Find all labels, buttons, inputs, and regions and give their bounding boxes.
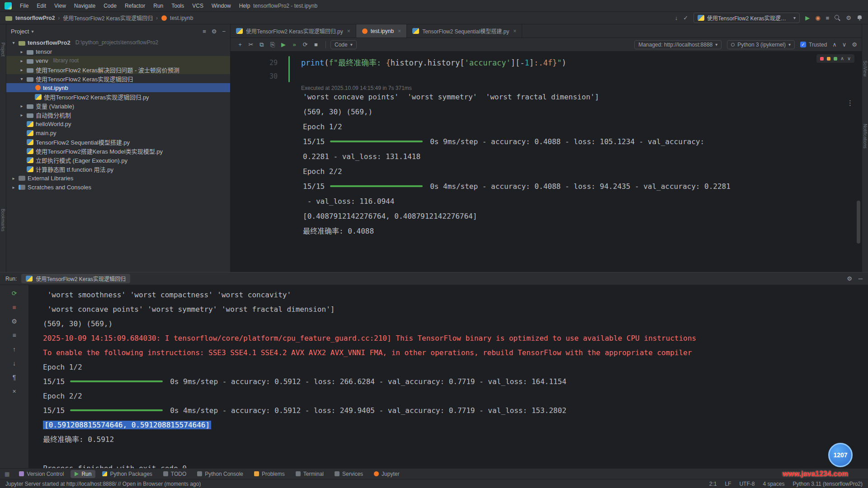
- toolwindow-pycon-button[interactable]: Python Console: [193, 470, 247, 478]
- notifications-bell-icon[interactable]: [857, 15, 863, 21]
- status-message[interactable]: Jupyter Server started at http://localho…: [5, 481, 201, 487]
- interrupt-kernel-icon[interactable]: ■: [311, 41, 321, 48]
- close-icon[interactable]: ×: [347, 28, 350, 34]
- project-tree-item[interactable]: ▸变量 (Variable): [6, 101, 230, 110]
- chevron-right-icon[interactable]: ▸: [19, 49, 24, 54]
- tab-logistic-regression-py[interactable]: 使用TensorFlow2 Keras实现逻辑回归.py ×: [231, 24, 356, 38]
- restart-kernel-icon[interactable]: ⟳: [300, 41, 310, 48]
- scroll-up-icon[interactable]: ↑: [10, 346, 19, 353]
- update-project-icon[interactable]: ↓: [675, 14, 678, 21]
- toolwindow-problems-button[interactable]: Problems: [250, 470, 289, 478]
- toolwindow-jupyter-button[interactable]: Jupyter: [370, 470, 403, 478]
- settings-gear-icon[interactable]: ⚙: [847, 275, 852, 282]
- stripe-bookmarks-label[interactable]: Bookmarks: [0, 209, 5, 231]
- toolwindow-vcs-button[interactable]: Version Control: [15, 470, 68, 478]
- menu-file[interactable]: File: [16, 1, 32, 10]
- stop-button[interactable]: ■: [826, 14, 829, 21]
- menu-view[interactable]: View: [51, 1, 70, 10]
- project-tree-item[interactable]: 使用TensorFlow2 Keras实现逻辑回归.py: [6, 92, 230, 101]
- status-item[interactable]: Python 3.11 (tensorflowPro2): [793, 481, 863, 487]
- copy-cell-icon[interactable]: ⧉: [257, 41, 267, 48]
- project-tree-item[interactable]: 计算静态图 tf.function 用法.py: [6, 164, 230, 174]
- run-console-tab[interactable]: 使用TensorFlow2 Keras实现逻辑回归: [21, 274, 130, 283]
- project-tree-item[interactable]: main.py: [6, 128, 230, 137]
- close-icon[interactable]: ×: [398, 28, 401, 34]
- hide-panel-icon[interactable]: −: [222, 28, 226, 35]
- kernel-select[interactable]: Python 3 (ipykernel) ▾: [727, 40, 795, 49]
- menu-tools[interactable]: Tools: [168, 1, 188, 10]
- menu-navigate[interactable]: Navigate: [71, 1, 99, 10]
- toolwindow-services-button[interactable]: Services: [330, 470, 367, 478]
- jupyter-server-select[interactable]: Managed: http://localhost:8888 ▾: [634, 40, 722, 49]
- chevron-down-icon[interactable]: ▾: [31, 29, 33, 34]
- tab-test-ipynb[interactable]: test.ipynb ×: [356, 24, 407, 38]
- status-item[interactable]: UTF-8: [739, 481, 755, 487]
- select-opened-file-icon[interactable]: ≡: [203, 28, 206, 35]
- chevron-right-icon[interactable]: ▸: [19, 58, 24, 63]
- prev-problem-icon[interactable]: ∧: [840, 56, 844, 61]
- scroll-down-icon[interactable]: ↓: [10, 360, 19, 367]
- inspections-widget[interactable]: ∧ ∨: [816, 54, 854, 63]
- trusted-checkbox[interactable]: ✓ Trusted: [800, 42, 827, 48]
- project-tree-item[interactable]: ▸使用TensorFlow2 Keras解决回归问题 - 波士顿房价预测: [6, 65, 230, 74]
- toolwindow-terminal-button[interactable]: Terminal: [292, 470, 328, 478]
- project-tree-item[interactable]: 立即执行模式 (Eager Execution).py: [6, 155, 230, 164]
- status-item[interactable]: 4 spaces: [763, 481, 784, 487]
- breadcrumb-project[interactable]: tensorflowPro2: [15, 15, 55, 21]
- add-cell-icon[interactable]: +: [235, 41, 245, 48]
- project-tree-item[interactable]: ▸venvlibrary root: [6, 56, 230, 65]
- breadcrumb-file[interactable]: test.ipynb: [170, 15, 193, 21]
- minimize-icon[interactable]: ─: [859, 275, 863, 282]
- toolwindow-switcher-icon[interactable]: ▦: [5, 471, 9, 477]
- toolwindow-pkg-button[interactable]: Python Packages: [98, 470, 156, 478]
- run-all-cells-icon[interactable]: »: [289, 41, 299, 48]
- menu-run[interactable]: Run: [150, 1, 167, 10]
- debug-button[interactable]: ◉: [815, 14, 820, 21]
- close-icon[interactable]: ×: [513, 28, 516, 34]
- settings-gear-icon[interactable]: ⚙: [10, 318, 19, 325]
- menu-window[interactable]: Window: [208, 1, 235, 10]
- chevron-right-icon[interactable]: ▸: [19, 103, 24, 108]
- menu-vcs[interactable]: VCS: [189, 1, 207, 10]
- run-cell-icon[interactable]: ▶: [278, 41, 288, 48]
- project-tree-item[interactable]: ▸tensor: [6, 47, 230, 56]
- notebook-code-cell[interactable]: 29 print(f"最终准确率: {history.history['accu…: [231, 52, 862, 94]
- project-tree-item[interactable]: 使用TensorFlow2搭建Keras Model类实现模型.py: [6, 146, 230, 155]
- run-configuration-select[interactable]: 使用TensorFlow2 Keras实现逻辑回归 ▾: [693, 13, 800, 23]
- settings-gear-icon[interactable]: ⚙: [852, 41, 857, 48]
- project-tree-item[interactable]: ▸External Libraries: [6, 174, 230, 183]
- soft-wrap-icon[interactable]: ≡: [10, 332, 19, 339]
- project-tree-item[interactable]: test.ipynb: [6, 83, 230, 92]
- chevron-right-icon[interactable]: ▸: [19, 67, 24, 72]
- code-line-30[interactable]: [289, 70, 301, 83]
- chevron-down-icon[interactable]: ▾: [11, 40, 16, 45]
- breadcrumb-folder[interactable]: 使用TensorFlow2 Keras实现逻辑回归: [63, 14, 153, 22]
- print-icon[interactable]: ¶: [10, 374, 19, 381]
- cell-type-select[interactable]: Code ▾: [330, 40, 357, 49]
- selected-text[interactable]: [0.591208815574646, 0.591208815574646]: [43, 421, 211, 429]
- output-options-kebab-icon[interactable]: ⋮: [847, 96, 854, 111]
- project-tree-item[interactable]: ▸Scratches and Consoles: [6, 183, 230, 192]
- chevron-right-icon[interactable]: ▸: [11, 176, 16, 181]
- menu-help[interactable]: Help: [236, 1, 254, 10]
- toolwindow-todo-button[interactable]: TODO: [159, 470, 190, 478]
- tab-sequential-py[interactable]: TensorFlow2 Sequential模型搭建.py ×: [407, 24, 522, 38]
- status-item[interactable]: 2:1: [709, 481, 717, 487]
- stripe-sciview-label[interactable]: SciView: [863, 61, 868, 76]
- project-tree-item[interactable]: TensorFlow2 Sequential模型搭建.py: [6, 137, 230, 146]
- rerun-icon[interactable]: ⟳: [10, 290, 19, 297]
- stop-icon[interactable]: ■: [10, 304, 19, 311]
- search-icon[interactable]: [835, 15, 840, 21]
- stripe-notifications-label[interactable]: Notifications: [863, 124, 868, 148]
- run-console[interactable]: 'worst smoothness' 'worst compactness' '…: [29, 285, 868, 468]
- editor-scrollbar[interactable]: [857, 201, 860, 244]
- project-panel-title[interactable]: Project: [11, 28, 29, 35]
- settings-gear-icon[interactable]: ⚙: [212, 28, 217, 35]
- menu-edit[interactable]: Edit: [33, 1, 50, 10]
- chevron-right-icon[interactable]: ▸: [11, 185, 16, 190]
- run-button[interactable]: ▶: [805, 14, 810, 21]
- menu-refactor[interactable]: Refactor: [121, 1, 149, 10]
- code-line-29[interactable]: print(f"最终准确率: {history.history['accurac…: [289, 56, 566, 70]
- project-tree-item[interactable]: ▸自动微分机制: [6, 110, 230, 119]
- cell-output[interactable]: ⋮ 'worst concave points' 'worst symmetry…: [231, 94, 862, 272]
